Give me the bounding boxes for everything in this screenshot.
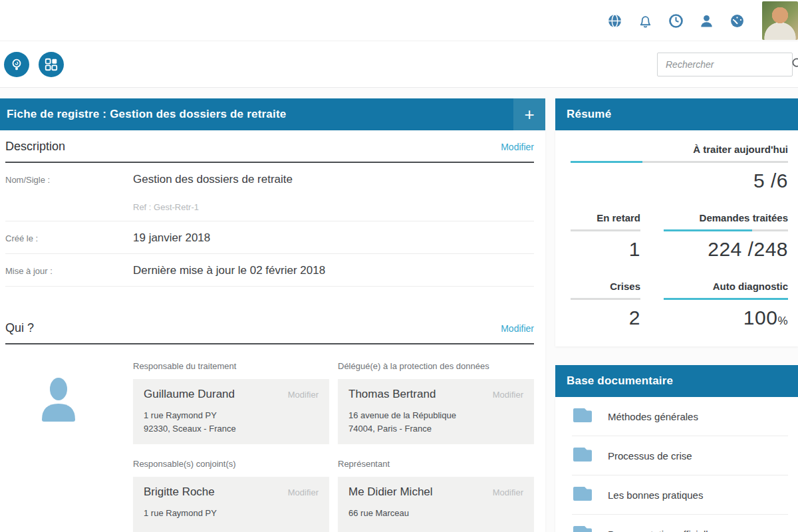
stat-crises: Crises 2 — [571, 281, 640, 329]
gauge-icon[interactable] — [729, 13, 745, 29]
role-label: Délégué(e) à la protection des données — [338, 361, 534, 371]
who-group-delegue: Délégué(e) à la protection des données T… — [338, 361, 534, 444]
qui-modify-link[interactable]: Modifier — [501, 323, 534, 334]
who-group-conjoint: Responsable(s) conjoint(s) Brigitte Roch… — [133, 459, 329, 532]
address-line: 66 rue Marceau — [348, 507, 523, 520]
register-panel: Fiche de registre : Gestion des dossiers… — [0, 98, 545, 532]
address-line: 1 rue Raymond PY — [144, 409, 319, 422]
search-icon[interactable] — [791, 57, 798, 72]
topbar-icons — [606, 0, 745, 41]
role-label: Représentant — [338, 459, 534, 469]
role-label: Responsable(s) conjoint(s) — [133, 459, 329, 469]
person-name: Brigitte Roche — [144, 485, 215, 499]
folder-icon — [572, 485, 593, 505]
content: Fiche de registre : Gestion des dossiers… — [0, 88, 798, 532]
who-group-representant: Représentant Me Didier Michel Modifier 6… — [338, 459, 534, 532]
add-button[interactable]: + — [513, 98, 545, 130]
address-line: 74004, Paris - France — [348, 422, 523, 436]
doc-item-documentation-officielle[interactable]: Documentation officielle — [572, 515, 788, 532]
register-title: Fiche de registre : Gestion des dossiers… — [7, 108, 286, 121]
folder-icon — [572, 524, 593, 532]
field-row-cree-le: Créé le : 19 janvier 2018 — [5, 221, 534, 254]
folder-icon — [572, 406, 593, 426]
doc-item-processus-de-crise[interactable]: Processus de crise — [572, 436, 788, 475]
search-box — [657, 53, 793, 76]
stat-progress-bar — [571, 298, 640, 300]
stat-label: Auto diagnostic — [664, 281, 788, 292]
doc-item-methodes-generales[interactable]: Méthodes générales — [572, 397, 788, 436]
field-label: Créé le : — [5, 231, 133, 245]
stat-value: 1 — [571, 238, 640, 261]
stat-progress-bar — [664, 229, 788, 231]
field-value: Dernière mise à jour le 02 février 2018 — [133, 264, 325, 277]
person-modify-link[interactable]: Modifier — [493, 487, 523, 497]
doc-item-label: Les bonnes pratiques — [608, 489, 703, 501]
stat-label: À traiter aujourd'hui — [571, 144, 788, 155]
person-name: Guillaume Durand — [144, 388, 235, 401]
resume-panel: Résumé À traiter aujourd'hui 5 /6 En ret… — [555, 98, 798, 346]
search-input[interactable] — [658, 59, 791, 70]
person-card: Me Didier Michel Modifier 66 rue Marceau — [338, 477, 534, 532]
navbar — [0, 41, 798, 88]
stat-value: 2 — [571, 307, 640, 329]
description-heading: Description — [5, 140, 65, 154]
bell-icon[interactable] — [637, 13, 653, 29]
field-row-nom-sigle: Nom/Sigle : Gestion des dossiers de retr… — [5, 163, 534, 221]
resume-header: Résumé — [555, 98, 798, 130]
address-line: 16 avenue de la République — [348, 409, 523, 422]
person-modify-link[interactable]: Modifier — [288, 390, 319, 400]
doc-item-label: Méthodes générales — [608, 411, 698, 422]
base-documentaire-panel: Base documentaire Méthodes générales Pro… — [555, 365, 798, 532]
globe-icon[interactable] — [606, 13, 622, 29]
who-group-responsable: Responsable du traitement Guillaume Dura… — [133, 361, 329, 444]
idea-bulb-button[interactable] — [4, 52, 29, 77]
doc-item-label: Processus de crise — [608, 450, 692, 462]
base-documentaire-title: Base documentaire — [567, 374, 673, 388]
person-icon — [5, 361, 133, 532]
field-label: Nom/Sigle : — [5, 173, 133, 212]
role-label: Responsable du traitement — [133, 361, 329, 371]
sidebar: Résumé À traiter aujourd'hui 5 /6 En ret… — [555, 98, 798, 532]
field-label: Mise à jour : — [5, 264, 133, 277]
register-panel-body: Description Modifier Nom/Sigle : Gestion… — [0, 130, 545, 532]
stat-progress-bar — [664, 298, 788, 300]
description-section: Description Modifier Nom/Sigle : Gestion… — [5, 140, 534, 287]
stat-progress-bar — [571, 229, 640, 231]
user-icon[interactable] — [698, 13, 714, 29]
field-value: Gestion des dossiers de retraite — [133, 173, 293, 186]
field-ref: Ref : Gest-Retr-1 — [133, 202, 293, 212]
person-card: Brigitte Roche Modifier 1 rue Raymond PY — [133, 477, 329, 532]
stat-progress-bar — [571, 161, 788, 163]
stat-a-traiter: À traiter aujourd'hui 5 /6 — [571, 144, 788, 192]
user-avatar-photo[interactable] — [762, 1, 798, 40]
register-panel-header: Fiche de registre : Gestion des dossiers… — [0, 98, 545, 130]
stat-en-retard: En retard 1 — [571, 212, 640, 261]
stat-value: 100% — [664, 307, 788, 329]
apps-grid-button[interactable] — [39, 52, 64, 77]
resume-title: Résumé — [567, 108, 611, 121]
stat-value: 5 /6 — [571, 170, 788, 192]
stat-demandes-traitees: Demandes traitées 224 /248 — [664, 212, 788, 261]
doc-item-label: Documentation officielle — [608, 529, 714, 532]
stat-label: Crises — [571, 281, 640, 292]
person-card: Thomas Bertrand Modifier 16 avenue de la… — [338, 379, 534, 444]
person-modify-link[interactable]: Modifier — [493, 390, 523, 400]
stat-value: 224 /248 — [664, 238, 788, 261]
person-modify-link[interactable]: Modifier — [288, 487, 319, 497]
stat-auto-diagnostic: Auto diagnostic 100% — [664, 281, 788, 329]
person-name: Thomas Bertrand — [348, 388, 436, 401]
person-name: Me Didier Michel — [348, 485, 433, 499]
description-modify-link[interactable]: Modifier — [501, 142, 534, 152]
address-line: 1 rue Raymond PY — [144, 507, 319, 520]
address-line: 92330, Sceaux - France — [144, 422, 319, 436]
clock-icon[interactable] — [668, 13, 684, 29]
doc-item-bonnes-pratiques[interactable]: Les bonnes pratiques — [572, 475, 788, 515]
folder-icon — [572, 446, 593, 466]
qui-heading: Qui ? — [5, 321, 34, 335]
qui-section: Qui ? Modifier Responsable du traitement… — [5, 321, 534, 532]
stat-label: Demandes traitées — [664, 212, 788, 223]
stat-label: En retard — [571, 212, 640, 223]
description-header: Description Modifier — [5, 140, 534, 163]
qui-header: Qui ? Modifier — [5, 321, 534, 344]
topbar — [0, 0, 798, 41]
